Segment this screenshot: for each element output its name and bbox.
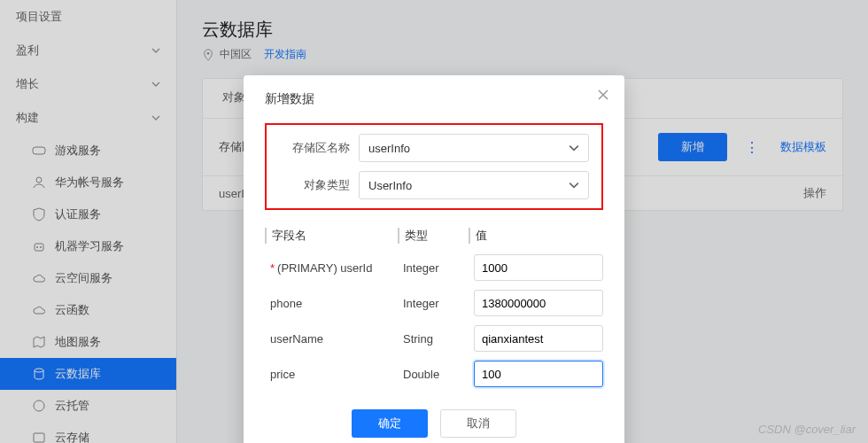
field-name: userName	[265, 332, 398, 346]
add-data-modal: 新增数据 存储区名称 userInfo 对象类型 UserInfo 字段名	[244, 75, 624, 443]
chevron-down-icon	[569, 143, 579, 153]
field-row: priceDouble	[265, 356, 603, 392]
modal-title: 新增数据	[265, 91, 603, 107]
close-icon[interactable]	[596, 88, 610, 102]
ok-button[interactable]: 确定	[352, 409, 428, 438]
required-star: *	[270, 261, 275, 275]
modal-objtype-label: 对象类型	[279, 177, 359, 193]
field-row: userNameString	[265, 321, 603, 356]
modal-storage-label: 存储区名称	[279, 140, 359, 156]
field-row: phoneInteger	[265, 285, 603, 321]
chevron-down-icon	[569, 180, 579, 190]
field-value-input[interactable]	[474, 361, 603, 387]
field-type: Integer	[398, 297, 469, 310]
fields-header: 字段名 类型 值	[265, 222, 603, 250]
field-type: String	[398, 332, 469, 346]
field-name: phone	[265, 297, 398, 310]
field-type: Integer	[398, 261, 469, 275]
field-row: *(PRIMARY) userIdInteger	[265, 250, 603, 285]
head-type: 类型	[398, 228, 469, 244]
modal-storage-select[interactable]: userInfo	[359, 134, 589, 162]
field-type: Double	[398, 368, 469, 381]
modal-overlay: 新增数据 存储区名称 userInfo 对象类型 UserInfo 字段名	[0, 0, 868, 443]
field-value-input[interactable]	[474, 325, 603, 352]
cancel-button[interactable]: 取消	[440, 409, 516, 438]
modal-actions: 确定 取消	[265, 409, 603, 438]
field-name: price	[265, 368, 398, 381]
head-value: 值	[469, 228, 603, 244]
field-value-input[interactable]	[474, 290, 603, 316]
head-fieldname: 字段名	[265, 228, 398, 244]
field-rows: *(PRIMARY) userIdIntegerphoneIntegeruser…	[265, 250, 603, 392]
field-name: *(PRIMARY) userId	[265, 261, 398, 275]
modal-objtype-select[interactable]: UserInfo	[359, 171, 589, 199]
field-value-input[interactable]	[474, 254, 603, 281]
highlighted-selectors: 存储区名称 userInfo 对象类型 UserInfo	[265, 123, 603, 210]
